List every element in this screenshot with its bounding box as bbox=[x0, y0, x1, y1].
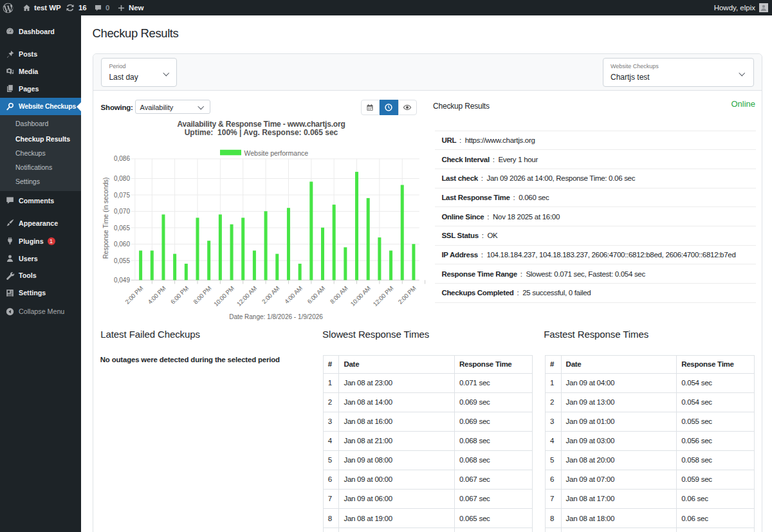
svg-text:2:00 PM: 2:00 PM bbox=[124, 284, 144, 305]
svg-text:12:00 PM: 12:00 PM bbox=[371, 284, 394, 307]
svg-text:Date Range: 1/8/2026 - 1/9/202: Date Range: 1/8/2026 - 1/9/2026 bbox=[229, 313, 323, 320]
svg-text:8:00 PM: 8:00 PM bbox=[192, 284, 212, 305]
svg-text:0,055: 0,055 bbox=[114, 257, 130, 264]
svg-text:6:00 PM: 6:00 PM bbox=[169, 284, 190, 305]
svg-text:Uptime: 100% | Avg. Response:: Uptime: 100% | Avg. Response: 0.065 sec bbox=[185, 128, 338, 137]
svg-text:6:00 AM: 6:00 AM bbox=[306, 284, 326, 305]
svg-text:12:00 AM: 12:00 AM bbox=[235, 284, 259, 307]
svg-text:2:00 AM: 2:00 AM bbox=[261, 284, 281, 305]
svg-text:0,075: 0,075 bbox=[114, 192, 130, 199]
svg-text:0,080: 0,080 bbox=[114, 175, 130, 182]
svg-text:4:00 PM: 4:00 PM bbox=[146, 284, 167, 305]
svg-text:8:00 AM: 8:00 AM bbox=[329, 284, 349, 305]
svg-text:Website performance: Website performance bbox=[244, 149, 309, 157]
svg-text:0,049: 0,049 bbox=[114, 277, 130, 284]
svg-text:0,086: 0,086 bbox=[114, 155, 130, 162]
svg-text:0,060: 0,060 bbox=[114, 241, 130, 248]
svg-text:2:00 PM: 2:00 PM bbox=[396, 284, 417, 305]
svg-text:Response Time (in seconds): Response Time (in seconds) bbox=[102, 178, 109, 259]
svg-text:0,070: 0,070 bbox=[114, 208, 130, 215]
svg-text:4:00 AM: 4:00 AM bbox=[283, 284, 304, 305]
svg-text:10:00 AM: 10:00 AM bbox=[349, 284, 372, 307]
svg-text:10:00 PM: 10:00 PM bbox=[212, 284, 235, 307]
svg-text:0,065: 0,065 bbox=[114, 225, 130, 232]
